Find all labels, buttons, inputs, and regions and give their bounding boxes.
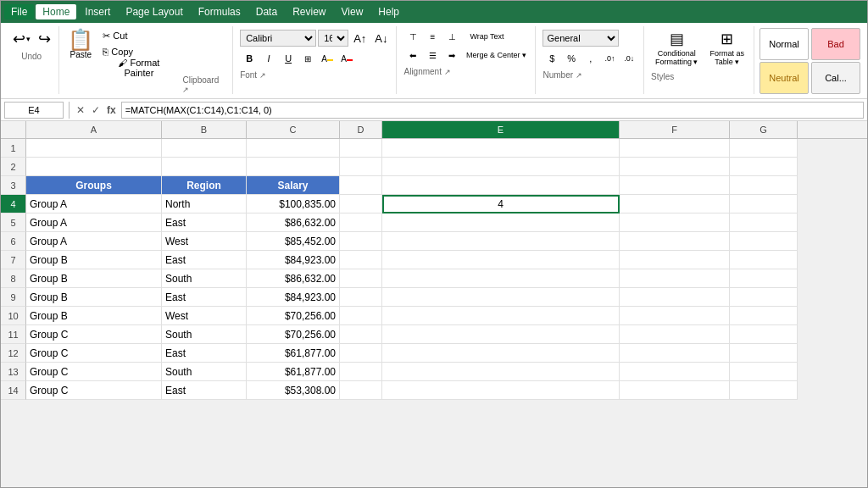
cell-e13[interactable] [382, 363, 620, 381]
cell-a5[interactable]: Group A [26, 214, 162, 232]
cell-c8[interactable]: $86,632.00 [247, 269, 340, 288]
menu-insert[interactable]: Insert [78, 4, 117, 19]
font-name-select[interactable]: Calibri [240, 30, 316, 47]
wrap-text-button[interactable]: Wrap Text [462, 28, 511, 45]
row-header-7[interactable]: 7 [1, 251, 26, 269]
cell-c6[interactable]: $85,452.00 [247, 232, 340, 251]
cell-f4[interactable] [620, 195, 730, 214]
cell-g1[interactable] [730, 139, 798, 158]
formula-cancel-button[interactable]: ✕ [75, 104, 86, 116]
conditional-formatting-button[interactable]: ▤ ConditionalFormatting ▾ [651, 28, 703, 69]
menu-file[interactable]: File [4, 4, 34, 19]
align-bottom-button[interactable]: ⊥ [442, 28, 461, 45]
cell-g2[interactable] [730, 158, 798, 176]
cell-d14[interactable] [340, 381, 382, 400]
col-header-b[interactable]: B [162, 121, 247, 138]
row-header-8[interactable]: 8 [1, 269, 26, 288]
cell-c5[interactable]: $86,632.00 [247, 214, 340, 232]
cell-f10[interactable] [620, 307, 730, 325]
increase-font-button[interactable]: A↑ [350, 30, 370, 47]
increase-decimal-button[interactable]: .0↑ [601, 50, 620, 67]
cell-g9[interactable] [730, 288, 798, 307]
cell-b9[interactable]: East [162, 288, 247, 307]
cell-b1[interactable] [162, 139, 247, 158]
cell-d2[interactable] [340, 158, 382, 176]
cell-c12[interactable]: $61,877.00 [247, 344, 340, 363]
name-box[interactable] [4, 102, 64, 119]
cell-d7[interactable] [340, 251, 382, 269]
cell-e14[interactable] [382, 381, 620, 400]
cell-f9[interactable] [620, 288, 730, 307]
cell-f11[interactable] [620, 325, 730, 344]
cell-c7[interactable]: $84,923.00 [247, 251, 340, 269]
menu-review[interactable]: Review [286, 4, 332, 19]
style-normal-box[interactable]: Normal [760, 28, 809, 60]
style-calc-box[interactable]: Cal... [811, 62, 860, 94]
cell-e5[interactable] [382, 214, 620, 232]
cell-a10[interactable]: Group B [26, 307, 162, 325]
col-header-d[interactable]: D [340, 121, 382, 138]
cell-f7[interactable] [620, 251, 730, 269]
row-header-3[interactable]: 3 [1, 176, 26, 195]
cell-g12[interactable] [730, 344, 798, 363]
cell-f6[interactable] [620, 232, 730, 251]
cell-a2[interactable] [26, 158, 162, 176]
cell-b14[interactable]: East [162, 381, 247, 400]
cell-a11[interactable]: Group C [26, 325, 162, 344]
cell-d8[interactable] [340, 269, 382, 288]
font-size-select[interactable]: 16 [318, 30, 348, 47]
cell-f1[interactable] [620, 139, 730, 158]
cell-a9[interactable]: Group B [26, 288, 162, 307]
cut-button[interactable]: ✂ Cut [98, 28, 179, 43]
cell-g11[interactable] [730, 325, 798, 344]
cell-g13[interactable] [730, 363, 798, 381]
undo-button[interactable]: ↩▾ [9, 28, 34, 50]
cell-e6[interactable] [382, 232, 620, 251]
col-header-c[interactable]: C [247, 121, 340, 138]
format-painter-button[interactable]: 🖌 Format Painter [98, 60, 179, 75]
align-middle-button[interactable]: ≡ [423, 28, 442, 45]
cell-e11[interactable] [382, 325, 620, 344]
cell-a8[interactable]: Group B [26, 269, 162, 288]
decrease-font-button[interactable]: A↓ [371, 30, 391, 47]
cell-b11[interactable]: South [162, 325, 247, 344]
currency-button[interactable]: $ [542, 50, 561, 67]
col-header-e[interactable]: E [382, 121, 620, 138]
menu-page-layout[interactable]: Page Layout [119, 4, 189, 19]
cell-c2[interactable] [247, 158, 340, 176]
cell-d4[interactable] [340, 195, 382, 214]
row-header-12[interactable]: 12 [1, 344, 26, 363]
cell-b5[interactable]: East [162, 214, 247, 232]
cell-c11[interactable]: $70,256.00 [247, 325, 340, 344]
cell-f13[interactable] [620, 363, 730, 381]
cell-d13[interactable] [340, 363, 382, 381]
number-format-select[interactable]: General [542, 30, 619, 47]
cell-c3[interactable]: Salary [247, 176, 340, 195]
cell-c4[interactable]: $100,835.00 [247, 195, 340, 214]
border-button[interactable]: ⊞ [298, 50, 317, 67]
cell-b13[interactable]: South [162, 363, 247, 381]
cell-a13[interactable]: Group C [26, 363, 162, 381]
cell-b4[interactable]: North [162, 195, 247, 214]
align-left-button[interactable]: ⬅ [403, 47, 422, 64]
row-header-11[interactable]: 11 [1, 325, 26, 344]
cell-d11[interactable] [340, 325, 382, 344]
align-right-button[interactable]: ➡ [442, 47, 461, 64]
cell-e9[interactable] [382, 288, 620, 307]
cell-a1[interactable] [26, 139, 162, 158]
decrease-decimal-button[interactable]: .0↓ [620, 50, 638, 67]
cell-e8[interactable] [382, 269, 620, 288]
row-header-10[interactable]: 10 [1, 307, 26, 325]
menu-help[interactable]: Help [371, 4, 406, 19]
row-header-1[interactable]: 1 [1, 139, 26, 158]
style-neutral-box[interactable]: Neutral [760, 62, 809, 94]
row-header-5[interactable]: 5 [1, 214, 26, 232]
cell-b10[interactable]: West [162, 307, 247, 325]
align-top-button[interactable]: ⊤ [403, 28, 422, 45]
col-header-f[interactable]: F [620, 121, 730, 138]
row-header-9[interactable]: 9 [1, 288, 26, 307]
col-header-a[interactable]: A [26, 121, 162, 138]
cell-c10[interactable]: $70,256.00 [247, 307, 340, 325]
percent-button[interactable]: % [562, 50, 581, 67]
row-header-6[interactable]: 6 [1, 232, 26, 251]
